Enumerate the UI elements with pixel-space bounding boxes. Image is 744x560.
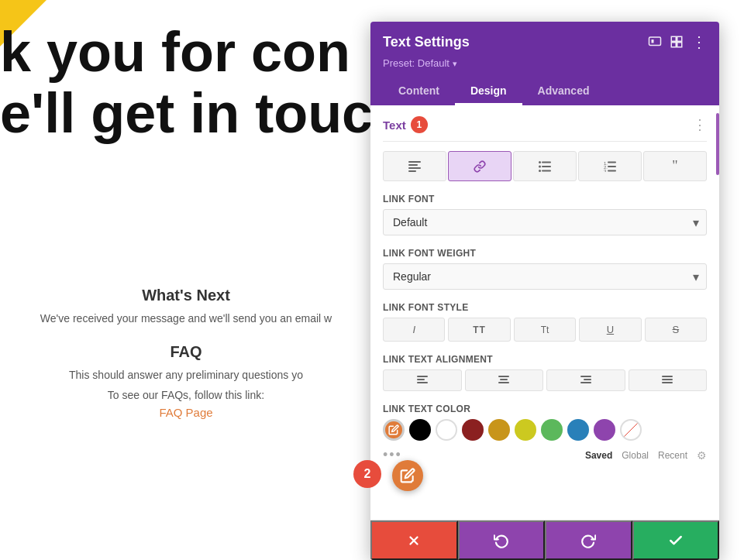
undo-icon bbox=[494, 533, 509, 548]
svg-rect-28 bbox=[580, 376, 591, 377]
align-left-button[interactable] bbox=[383, 369, 462, 391]
color-white-swatch[interactable] bbox=[436, 419, 457, 441]
svg-rect-33 bbox=[662, 382, 673, 383]
svg-text:3.: 3. bbox=[604, 169, 608, 172]
pencil-icon bbox=[400, 468, 415, 483]
faq-desc: This should answer any preliminary quest… bbox=[0, 369, 372, 381]
save-button[interactable] bbox=[632, 520, 720, 560]
strikethrough-button[interactable]: S bbox=[645, 318, 707, 342]
svg-rect-29 bbox=[584, 379, 591, 380]
capitalize-button[interactable]: Tt bbox=[514, 318, 576, 342]
color-settings-gear-icon[interactable]: ⚙ bbox=[697, 449, 707, 462]
color-transparent-swatch[interactable] bbox=[620, 419, 642, 441]
panel-title: Text Settings bbox=[383, 34, 470, 50]
link-font-select[interactable]: Default Arial Georgia Helvetica bbox=[383, 209, 707, 235]
responsive-icon[interactable] bbox=[648, 35, 662, 49]
tab-list-ol[interactable]: 1. 2. 3. bbox=[578, 151, 642, 181]
color-options-dots[interactable]: ••• bbox=[383, 447, 402, 463]
text-alignment-buttons bbox=[383, 369, 707, 391]
hero-line2: e'll get in touc bbox=[0, 83, 373, 144]
undo-button[interactable] bbox=[458, 520, 546, 560]
x-icon bbox=[407, 534, 421, 548]
svg-rect-30 bbox=[580, 382, 591, 383]
whats-next-desc: We've received your message and we'll se… bbox=[0, 312, 372, 325]
tab-advanced[interactable]: Advanced bbox=[522, 78, 605, 105]
align-right-button[interactable] bbox=[546, 369, 625, 391]
link-text-color-group: Link Text Color bbox=[383, 404, 707, 463]
text-settings-panel: Text Settings ⋮ bbox=[370, 22, 719, 560]
global-tab[interactable]: Global bbox=[622, 450, 649, 461]
panel-scrollbar[interactable] bbox=[716, 113, 719, 175]
color-green-swatch[interactable] bbox=[541, 419, 563, 441]
uppercase-button[interactable]: TT bbox=[448, 318, 510, 342]
grid-icon bbox=[670, 35, 684, 49]
saved-tab[interactable]: Saved bbox=[585, 450, 612, 461]
color-black-swatch[interactable] bbox=[409, 419, 431, 441]
svg-point-12 bbox=[539, 165, 541, 167]
check-icon bbox=[668, 533, 684, 548]
svg-rect-5 bbox=[677, 43, 682, 47]
tab-link[interactable] bbox=[448, 151, 512, 181]
align-center-button[interactable] bbox=[465, 369, 544, 391]
align-justify-button[interactable] bbox=[629, 369, 708, 391]
svg-rect-31 bbox=[662, 376, 673, 377]
link-icon bbox=[474, 160, 486, 173]
svg-rect-23 bbox=[417, 379, 425, 380]
color-purple-swatch[interactable] bbox=[594, 419, 615, 441]
floating-edit-button[interactable] bbox=[392, 460, 423, 491]
tab-quote[interactable]: " bbox=[643, 151, 707, 181]
svg-rect-9 bbox=[408, 170, 416, 172]
tab-design[interactable]: Design bbox=[455, 78, 522, 105]
svg-rect-13 bbox=[542, 166, 551, 167]
panel-more-icon[interactable]: ⋮ bbox=[691, 33, 707, 51]
panel-footer bbox=[370, 520, 719, 560]
redo-button[interactable] bbox=[545, 520, 632, 560]
faq-link-line: To see our FAQs, follow this link: bbox=[0, 389, 372, 401]
color-blue-swatch[interactable] bbox=[567, 419, 589, 441]
panel-header-top: Text Settings ⋮ bbox=[383, 33, 707, 51]
link-text-color-label: Link Text Color bbox=[383, 404, 707, 414]
link-font-style-group: Link Font Style I TT Tt U S bbox=[383, 302, 707, 342]
link-font-style-label: Link Font Style bbox=[383, 302, 707, 313]
svg-rect-24 bbox=[417, 382, 428, 383]
svg-rect-4 bbox=[671, 43, 676, 47]
page-content-section: What's Next We've received your message … bbox=[0, 287, 372, 419]
section-more-icon[interactable]: ⋮ bbox=[693, 116, 707, 133]
layout-icon[interactable] bbox=[670, 35, 684, 49]
svg-rect-26 bbox=[500, 379, 508, 380]
svg-rect-32 bbox=[662, 379, 673, 380]
pencil-small-icon bbox=[388, 424, 399, 435]
cancel-button[interactable] bbox=[370, 520, 458, 560]
link-font-weight-select[interactable]: Regular Bold Light bbox=[383, 263, 707, 290]
faq-page-link[interactable]: FAQ Page bbox=[0, 406, 372, 419]
color-darkred-swatch[interactable] bbox=[462, 419, 484, 441]
panel-header: Text Settings ⋮ bbox=[370, 22, 719, 105]
underline-button[interactable]: U bbox=[579, 318, 641, 342]
color-yellow-swatch[interactable] bbox=[515, 419, 536, 441]
color-gold-swatch[interactable] bbox=[488, 419, 510, 441]
panel-tabs: Content Design Advanced bbox=[383, 78, 707, 105]
svg-rect-25 bbox=[498, 376, 509, 377]
svg-rect-19 bbox=[608, 166, 616, 167]
panel-preset[interactable]: Preset: Default ▾ bbox=[383, 57, 707, 69]
italic-button[interactable]: I bbox=[383, 318, 445, 342]
faq-title: FAQ bbox=[0, 343, 372, 361]
hero-text: k you for con e'll get in touc bbox=[0, 22, 373, 144]
svg-rect-2 bbox=[671, 36, 676, 41]
color-edit-swatch[interactable] bbox=[383, 419, 405, 441]
svg-rect-11 bbox=[542, 161, 551, 163]
link-font-group: Link Font Default Arial Georgia Helvetic… bbox=[383, 194, 707, 235]
tab-content[interactable]: Content bbox=[383, 78, 455, 105]
link-font-weight-select-wrapper: Regular Bold Light bbox=[383, 263, 707, 290]
svg-point-14 bbox=[539, 170, 541, 172]
recent-tab[interactable]: Recent bbox=[658, 450, 687, 461]
align-justify-icon bbox=[662, 376, 673, 385]
link-font-weight-group: Link Font Weight Regular Bold Light bbox=[383, 248, 707, 290]
svg-point-10 bbox=[539, 161, 541, 163]
svg-rect-22 bbox=[417, 376, 428, 377]
text-section-header: Text 1 ⋮ bbox=[383, 105, 707, 142]
tab-text-align[interactable] bbox=[383, 151, 446, 181]
tab-list-ul[interactable] bbox=[513, 151, 577, 181]
list-ul-icon bbox=[539, 161, 551, 172]
color-saved-row: ••• Saved Global Recent ⚙ bbox=[383, 447, 707, 463]
